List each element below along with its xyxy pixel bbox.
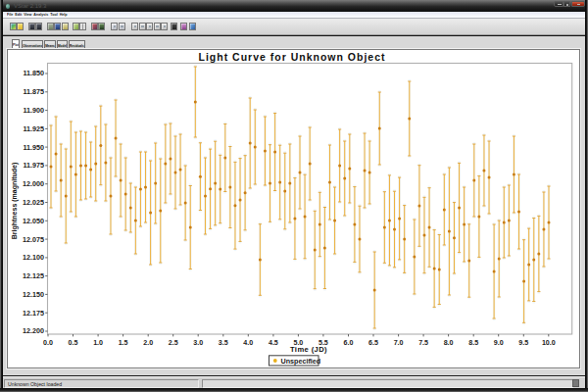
svg-text:11.975: 11.975	[23, 161, 44, 170]
svg-text:12.175: 12.175	[23, 309, 44, 318]
svg-text:0.0: 0.0	[43, 339, 53, 347]
svg-text:12.200: 12.200	[23, 326, 44, 335]
svg-text:12.050: 12.050	[23, 217, 44, 225]
svg-text:6.0: 6.0	[344, 339, 354, 347]
svg-text:2.5: 2.5	[169, 339, 178, 347]
svg-text:12.150: 12.150	[23, 290, 44, 299]
svg-text:Brightness (magnitude): Brightness (magnitude)	[11, 163, 19, 240]
svg-text:9.0: 9.0	[494, 339, 504, 347]
svg-text:1.0: 1.0	[93, 339, 103, 347]
svg-text:8.5: 8.5	[468, 339, 478, 347]
svg-text:12.025: 12.025	[23, 198, 44, 207]
svg-text:Light Curve for Unknown Object: Light Curve for Unknown Object	[198, 51, 385, 63]
svg-text:4.5: 4.5	[269, 339, 278, 347]
svg-text:11.925: 11.925	[23, 124, 44, 133]
svg-text:9.5: 9.5	[518, 339, 528, 347]
svg-text:11.875: 11.875	[23, 87, 44, 96]
svg-text:7.5: 7.5	[418, 339, 428, 347]
svg-text:12.100: 12.100	[23, 253, 44, 262]
svg-text:1.5: 1.5	[119, 339, 128, 347]
svg-text:Time (JD): Time (JD)	[290, 345, 327, 354]
svg-text:7.0: 7.0	[394, 339, 404, 347]
svg-text:8.0: 8.0	[444, 339, 454, 347]
svg-text:2.0: 2.0	[143, 339, 153, 347]
svg-text:11.950: 11.950	[23, 143, 44, 152]
svg-text:12.125: 12.125	[23, 271, 44, 280]
svg-text:11.900: 11.900	[23, 106, 44, 115]
svg-text:Unspecified: Unspecified	[281, 357, 321, 366]
svg-text:3.5: 3.5	[219, 339, 228, 347]
svg-text:3.0: 3.0	[193, 339, 203, 347]
svg-text:11.850: 11.850	[23, 69, 44, 77]
svg-text:10.0: 10.0	[542, 339, 556, 347]
svg-text:0.5: 0.5	[69, 339, 78, 347]
svg-text:12.000: 12.000	[23, 179, 44, 188]
svg-text:6.5: 6.5	[368, 339, 378, 347]
svg-text:4.0: 4.0	[243, 339, 253, 347]
svg-text:12.075: 12.075	[23, 235, 44, 244]
